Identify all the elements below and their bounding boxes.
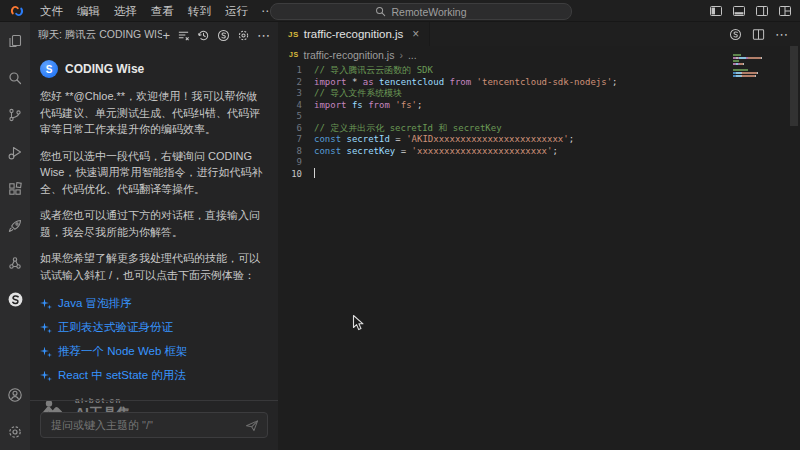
code-text: import * as tencentcloud from 'tencentcl… [314,77,617,89]
assistant-avatar: S [40,60,58,78]
breadcrumb-file[interactable]: traffic-recognition.js [304,49,395,61]
code-text: // 导入文件系统模块 [314,88,402,100]
example-prompt[interactable]: 正则表达式验证身份证 [40,320,266,335]
code-text [314,168,315,181]
sparkle-icon [40,370,52,382]
split-editor-icon[interactable] [752,28,765,41]
example-label: React 中 setState 的用法 [58,368,186,383]
assistant-header: S CODING Wise [40,60,266,78]
chat-header: 聊天: 腾讯云 CODING WISE + ⋯ [30,22,278,48]
search-value: RemoteWorking [391,6,466,18]
send-icon[interactable] [245,419,259,432]
toggle-sidebar-icon[interactable] [709,4,723,18]
code-line[interactable]: 9 [278,157,800,169]
title-bar: 文件编辑选择查看转到运行 ⋯ ← → RemoteWorking [0,0,800,22]
line-number: 5 [278,111,314,123]
coding-wise-editor-icon[interactable] [729,28,742,41]
example-list: Java 冒泡排序 正则表达式验证身份证 推荐一个 Node Web 框架 Re… [40,296,266,383]
coding-wise-logo-icon[interactable] [217,29,230,42]
sparkle-icon [40,298,52,310]
source-control-icon[interactable] [0,96,30,133]
code-line[interactable]: 2import * as tencentcloud from 'tencentc… [278,77,800,89]
code-text: // 定义并出示化 secretId 和 secretKey [314,123,502,135]
code-line[interactable]: 6// 定义并出示化 secretId 和 secretKey [278,123,800,135]
code-editor[interactable]: 1// 导入腾讯云云函数的 SDK2import * as tencentclo… [278,65,800,180]
chevron-right-icon: › [399,49,403,61]
example-prompt[interactable]: React 中 setState 的用法 [40,368,266,383]
code-text: const secretId = 'AKIDxxxxxxxxxxxxxxxxxx… [314,134,574,146]
chat-input[interactable] [49,418,239,432]
editor-scrollbar[interactable] [790,46,798,126]
sparkle-icon [40,346,52,358]
code-line[interactable]: 1// 导入腾讯云云函数的 SDK [278,65,800,77]
menu-item[interactable]: 运行 [218,0,255,22]
line-number: 10 [278,169,314,181]
example-prompt[interactable]: Java 冒泡排序 [40,296,266,311]
extensions-icon[interactable] [0,170,30,207]
tab-traffic-recognition[interactable]: JS traffic-recognition.js × [278,22,430,46]
example-prompt[interactable]: 推荐一个 Node Web 框架 [40,344,266,359]
breadcrumb[interactable]: JS traffic-recognition.js › ... [278,46,800,63]
text-cursor [314,168,315,178]
menu-item[interactable]: 文件 [33,0,70,22]
chat-input-box[interactable] [40,412,268,438]
code-line[interactable]: 8const secretKey = 'xxxxxxxxxxxxxxxxxxxx… [278,146,800,158]
js-file-icon-small: JS [289,51,299,58]
chat-message-text: 或者您也可以通过下方的对话框，直接输入问题，我会尽我所能为你解答。 [40,207,266,240]
window-layout-controls [709,0,792,22]
run-debug-icon[interactable] [0,133,30,170]
search-icon [375,6,386,17]
sparkle-icon [40,322,52,334]
menu-item[interactable]: 编辑 [70,0,107,22]
minimap[interactable] [733,54,769,84]
coding-logo-icon [9,3,25,19]
editor-more-icon[interactable]: ⋯ [775,28,788,41]
chat-settings-gear-icon[interactable] [237,29,250,42]
rocket-icon[interactable] [0,207,30,244]
editor-actions: ⋯ [729,22,800,46]
search-sidebar-icon[interactable] [0,59,30,96]
toggle-panel-icon[interactable] [732,4,746,18]
history-icon[interactable] [197,29,210,42]
new-chat-icon[interactable]: + [162,29,170,42]
clear-all-icon[interactable] [177,29,190,42]
breadcrumb-more[interactable]: ... [408,49,417,61]
search-box[interactable]: RemoteWorking [270,3,572,20]
menu-item[interactable]: 查看 [144,0,181,22]
example-label: 正则表达式验证身份证 [58,320,173,335]
explorer-icon[interactable] [0,22,30,59]
editor-area: JS traffic-recognition.js × ⋯ JS traffic… [278,22,800,450]
js-file-icon: JS [288,30,299,39]
toggle-secondary-sidebar-icon[interactable] [755,4,769,18]
line-number: 1 [278,65,314,77]
line-number: 4 [278,100,314,112]
code-text: // 导入腾讯云云函数的 SDK [314,65,433,77]
molecule-icon[interactable] [0,244,30,281]
settings-gear-icon[interactable] [0,413,30,450]
chat-title: 聊天: 腾讯云 CODING WISE [38,28,162,42]
chat-message-text: 您好 **@Chloe.**，欢迎使用！我可以帮你做代码建议、单元测试生成、代码… [40,88,266,138]
menu-bar: 文件编辑选择查看转到运行 [33,0,255,22]
code-line[interactable]: 7const secretId = 'AKIDxxxxxxxxxxxxxxxxx… [278,134,800,146]
tab-close-icon[interactable]: × [412,28,419,40]
account-icon[interactable] [0,376,30,413]
menu-item[interactable]: 选择 [107,0,144,22]
code-line[interactable]: 4import fs from 'fs'; [278,100,800,112]
tab-bar: JS traffic-recognition.js × ⋯ [278,22,800,46]
line-number: 3 [278,88,314,100]
code-line[interactable]: 3// 导入文件系统模块 [278,88,800,100]
customize-layout-icon[interactable] [778,4,792,18]
code-text: import fs from 'fs'; [314,100,422,112]
chat-message-text: 您也可以选中一段代码，右键询问 CODING Wise，快速调用常用智能指令，进… [40,148,266,198]
line-number: 9 [278,157,314,169]
chat-messages: S CODING Wise 您好 **@Chloe.**，欢迎使用！我可以帮你做… [30,48,278,421]
menu-item[interactable]: 转到 [181,0,218,22]
code-line[interactable]: 10 [278,169,800,181]
example-label: 推荐一个 Node Web 框架 [58,344,188,359]
coding-wise-icon[interactable] [0,281,30,318]
code-text: const secretKey = 'xxxxxxxxxxxxxxxxxxxxx… [314,146,558,158]
chat-input-area [30,400,278,450]
line-number: 6 [278,123,314,135]
code-line[interactable]: 5 [278,111,800,123]
more-actions-icon[interactable]: ⋯ [257,29,270,42]
